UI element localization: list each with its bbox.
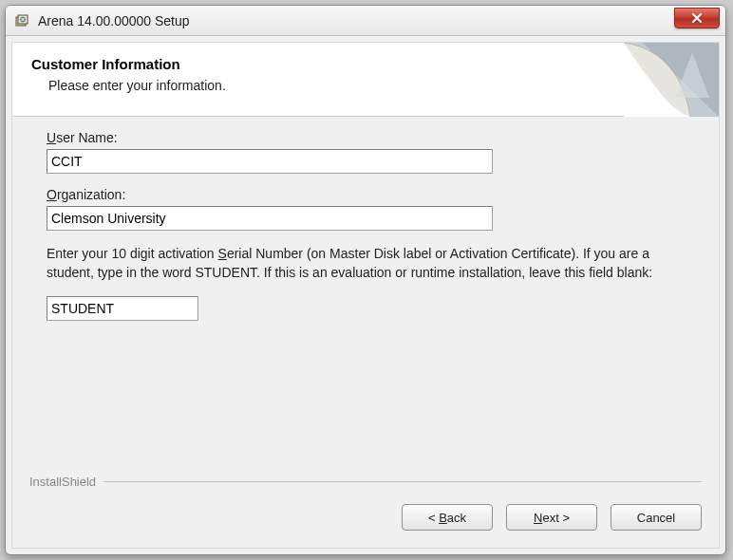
divider-line [103, 481, 702, 482]
titlebar[interactable]: Arena 14.00.00000 Setup [6, 6, 725, 36]
serial-instructions: Enter your 10 digit activation Serial Nu… [47, 244, 654, 283]
close-icon [690, 12, 704, 24]
organization-input[interactable] [47, 206, 493, 231]
button-row: < Back Next > Cancel [29, 504, 702, 531]
installer-icon [13, 12, 30, 29]
back-button[interactable]: < Back [402, 504, 493, 531]
serial-number-input[interactable] [47, 296, 198, 321]
svg-point-2 [21, 17, 26, 22]
brand-divider: InstallShield [29, 475, 702, 489]
user-name-label: User Name: [47, 130, 685, 145]
footer-area: InstallShield < Back Next > Cancel [12, 475, 719, 548]
next-button[interactable]: Next > [506, 504, 597, 531]
dialog-body: Customer Information Please enter your i… [11, 42, 720, 549]
window-title: Arena 14.00.00000 Setup [38, 13, 674, 28]
user-name-input[interactable] [47, 149, 493, 174]
header-panel: Customer Information Please enter your i… [12, 43, 719, 117]
page-subtitle: Please enter your information. [48, 78, 700, 93]
setup-dialog: Arena 14.00.00000 Setup Customer Informa… [5, 5, 726, 555]
page-title: Customer Information [31, 56, 700, 72]
form-area: User Name: Organization: Enter your 10 d… [12, 117, 719, 475]
close-button[interactable] [674, 8, 720, 28]
organization-label: Organization: [47, 187, 685, 202]
cancel-button[interactable]: Cancel [611, 504, 702, 531]
installshield-label: InstallShield [29, 475, 96, 489]
